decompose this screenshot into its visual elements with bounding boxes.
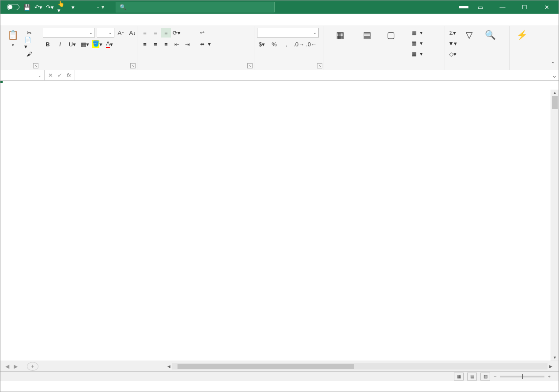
group-label <box>409 69 442 70</box>
scroll-thumb[interactable] <box>552 96 558 109</box>
wrap-text-button[interactable]: ↩ <box>197 28 213 38</box>
find-select-button[interactable]: 🔍 <box>480 28 500 43</box>
font-color-button[interactable]: A▾ <box>105 39 114 49</box>
sheet-nav-prev-icon[interactable]: ◀ <box>5 363 9 369</box>
align-left-icon[interactable]: ≡ <box>140 39 150 49</box>
align-middle-icon[interactable]: ≡ <box>151 28 160 38</box>
sheet-nav-next-icon[interactable]: ▶ <box>14 363 18 369</box>
increase-font-icon[interactable]: A↑ <box>116 28 126 38</box>
sort-filter-button[interactable]: ▽ <box>459 28 479 43</box>
conditional-formatting-button[interactable]: ▦ <box>327 28 353 43</box>
qat-customize-icon[interactable]: ▾ <box>69 3 77 11</box>
new-sheet-button[interactable]: + <box>27 362 38 371</box>
page-break-view-icon[interactable]: ▥ <box>480 373 490 381</box>
normal-view-icon[interactable]: ▦ <box>454 373 464 381</box>
name-box[interactable]: ⌄ <box>0 70 45 80</box>
zoom-out-icon[interactable]: − <box>494 374 496 379</box>
maximize-icon[interactable]: ☐ <box>514 0 535 14</box>
font-name-combo[interactable]: ⌄ <box>43 28 95 38</box>
zoom-slider[interactable] <box>500 376 544 377</box>
accounting-format-icon[interactable]: $▾ <box>257 39 267 49</box>
find-icon: 🔍 <box>484 29 496 41</box>
group-label <box>327 69 403 70</box>
format-as-table-button[interactable]: ▤ <box>355 28 379 43</box>
align-right-icon[interactable]: ≡ <box>161 39 171 49</box>
bold-button[interactable]: B <box>43 39 53 49</box>
decrease-decimal-icon[interactable]: .0← <box>306 39 316 49</box>
enter-formula-icon[interactable]: ✓ <box>57 72 62 79</box>
dialog-launcher-icon[interactable]: ↘ <box>317 63 322 68</box>
cut-button[interactable]: ✂ <box>24 28 34 38</box>
scroll-down-icon[interactable]: ▼ <box>551 354 559 361</box>
group-label <box>43 69 134 70</box>
clear-icon[interactable]: ◇▾ <box>448 49 457 59</box>
dialog-launcher-icon[interactable]: ↘ <box>130 63 136 68</box>
align-top-icon[interactable]: ≡ <box>140 28 150 38</box>
save-icon[interactable]: 💾 <box>23 3 31 11</box>
cancel-formula-icon[interactable]: ✕ <box>48 72 53 79</box>
number-format-combo[interactable]: ⌄ <box>257 28 319 38</box>
fill-color-button[interactable]: 🪣▾ <box>92 39 102 49</box>
close-icon[interactable]: ✕ <box>536 0 557 14</box>
insert-icon: ▦ <box>412 30 416 36</box>
copy-button[interactable]: 📄▾ <box>24 38 34 48</box>
dialog-launcher-icon[interactable]: ↘ <box>33 63 38 68</box>
group-cells: ▦ ▾ ▦ ▾ ▦ ▾ <box>406 26 445 70</box>
cell-styles-button[interactable]: ▢ <box>381 28 401 43</box>
formula-input[interactable] <box>75 70 550 80</box>
group-label <box>512 69 532 70</box>
autosave-toggle[interactable] <box>5 4 19 10</box>
fill-handle[interactable] <box>0 81 3 83</box>
increase-decimal-icon[interactable]: .0→ <box>294 39 304 49</box>
merge-icon: ⬌ <box>200 41 204 47</box>
fill-icon[interactable]: ▼▾ <box>448 38 457 48</box>
expand-formula-bar-icon[interactable]: ⌄ <box>550 70 559 80</box>
font-size-combo[interactable]: ⌄ <box>97 28 114 38</box>
merge-center-button[interactable]: ⬌ ▾ <box>197 39 213 49</box>
worksheet-grid[interactable]: ▲ ▼ <box>0 81 559 361</box>
touch-mode-icon[interactable]: 👆▾ <box>57 3 65 11</box>
collapse-ribbon-icon[interactable]: ⌃ <box>551 61 555 67</box>
title-bar: 💾 ↶▾ ↷▾ 👆▾ ▾ - ▾ 🔍 ▭ — ☐ ✕ <box>0 0 559 14</box>
search-box[interactable]: 🔍 <box>116 2 275 12</box>
increase-indent-icon[interactable]: ⇥ <box>182 39 192 49</box>
fx-icon[interactable]: fx <box>67 72 71 79</box>
decrease-font-icon[interactable]: A↓ <box>128 28 137 38</box>
sign-in-button[interactable] <box>459 6 468 8</box>
toggle-icon <box>7 4 19 10</box>
scroll-thumb[interactable] <box>178 364 354 369</box>
scroll-left-icon[interactable]: ◀ <box>166 364 172 369</box>
align-bottom-icon[interactable]: ≡ <box>161 28 171 38</box>
horizontal-scrollbar[interactable]: ◀ ▶ <box>166 363 554 369</box>
orientation-icon[interactable]: ⟳▾ <box>172 28 181 38</box>
paste-button[interactable]: 📋 ▾ <box>3 28 23 48</box>
format-cells-button[interactable]: ▦ ▾ <box>409 49 425 59</box>
redo-icon[interactable]: ↷▾ <box>46 3 54 11</box>
italic-button[interactable]: I <box>55 39 65 49</box>
formula-bar: ⌄ ✕ ✓ fx ⌄ <box>0 70 559 81</box>
autosum-icon[interactable]: Σ▾ <box>448 28 457 38</box>
borders-button[interactable]: ▦▾ <box>80 39 90 49</box>
page-layout-view-icon[interactable]: ▤ <box>467 373 477 381</box>
minimize-icon[interactable]: — <box>492 0 513 14</box>
zoom-in-icon[interactable]: + <box>548 374 551 379</box>
format-painter-button[interactable]: 🖌 <box>24 49 34 59</box>
search-icon: 🔍 <box>120 4 126 10</box>
ribbon-display-options-icon[interactable]: ▭ <box>470 0 491 14</box>
paste-icon: 📋 <box>7 29 19 41</box>
vertical-scrollbar[interactable]: ▲ ▼ <box>551 90 559 361</box>
align-center-icon[interactable]: ≡ <box>151 39 160 49</box>
dialog-launcher-icon[interactable]: ↘ <box>247 63 253 68</box>
scroll-up-icon[interactable]: ▲ <box>551 90 559 96</box>
underline-button[interactable]: U▾ <box>68 39 77 49</box>
percent-format-icon[interactable]: % <box>269 39 279 49</box>
insert-cells-button[interactable]: ▦ ▾ <box>409 28 425 38</box>
delete-cells-button[interactable]: ▦ ▾ <box>409 38 425 48</box>
ideas-button[interactable]: ⚡ <box>512 28 532 43</box>
group-font: ⌄ ⌄ A↑ A↓ B I U▾ ▦▾ 🪣▾ A▾ ↘ <box>40 26 137 70</box>
comma-format-icon[interactable]: , <box>282 39 291 49</box>
save-status[interactable]: ▾ <box>102 4 104 10</box>
undo-icon[interactable]: ↶▾ <box>34 3 42 11</box>
decrease-indent-icon[interactable]: ⇤ <box>172 39 181 49</box>
scroll-right-icon[interactable]: ▶ <box>548 364 554 369</box>
